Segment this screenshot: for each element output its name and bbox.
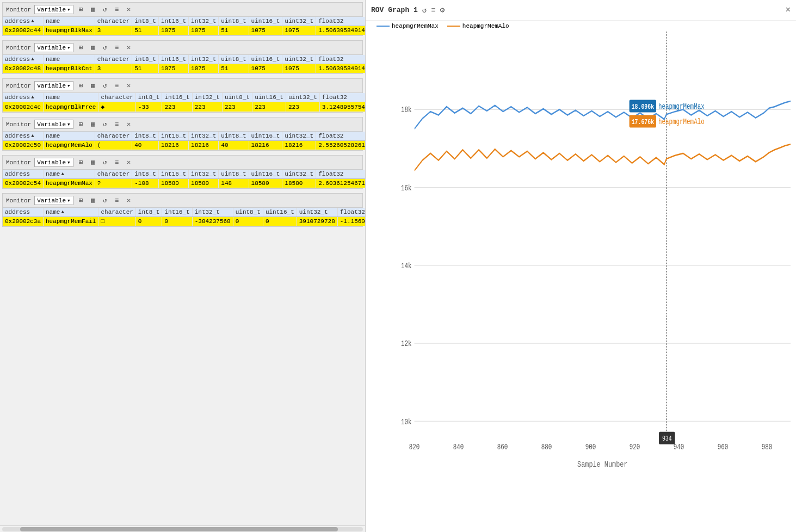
col-int16[interactable]: int16_t [162, 93, 192, 102]
col-uint32[interactable]: uint32_t [286, 93, 319, 102]
add-watch-icon[interactable]: ⊞ [77, 120, 85, 129]
col-int32[interactable]: int32_t [189, 17, 219, 26]
menu-icon[interactable]: ≡ [113, 196, 121, 205]
close-icon[interactable]: ✕ [125, 44, 133, 52]
col-float32[interactable]: float32 [316, 17, 366, 26]
col-uint32[interactable]: uint32_t [282, 132, 316, 141]
monitor-dropdown-3[interactable]: Variable ▾ [34, 81, 73, 90]
col-character[interactable]: character [95, 17, 132, 26]
close-graph-button[interactable]: × [785, 5, 791, 15]
add-watch-icon[interactable]: ⊞ [77, 158, 85, 167]
col-character[interactable]: character [98, 93, 135, 102]
col-address[interactable]: address ▲ [3, 208, 44, 217]
menu-icon[interactable]: ≡ [113, 82, 121, 90]
columns-icon[interactable]: ▦ [89, 82, 97, 90]
col-uint32[interactable]: uint32_t [282, 55, 316, 64]
monitor-dropdown-5[interactable]: Variable ▾ [34, 158, 73, 167]
close-icon[interactable]: ✕ [125, 196, 133, 205]
menu-icon[interactable]: ≡ [113, 120, 121, 129]
col-uint8[interactable]: uint8_t [222, 93, 252, 102]
col-address[interactable]: address ▲ [3, 170, 44, 179]
col-character[interactable]: character [98, 208, 135, 217]
columns-icon[interactable]: ▦ [89, 120, 97, 129]
col-float32[interactable]: float32 [337, 208, 366, 217]
col-float32[interactable]: float32 [316, 55, 366, 64]
col-float32[interactable]: float32 [319, 93, 366, 102]
col-uint16[interactable]: uint16_t [249, 132, 282, 141]
col-name[interactable]: name ▲ [44, 170, 95, 179]
col-float32[interactable]: float32 [316, 170, 366, 179]
columns-icon[interactable]: ▦ [89, 196, 97, 205]
col-uint16[interactable]: uint16_t [252, 93, 286, 102]
menu-icon[interactable]: ≡ [113, 5, 121, 14]
add-watch-icon[interactable]: ⊞ [77, 5, 85, 14]
settings-graph-icon[interactable]: ⚙ [440, 5, 445, 15]
monitor-dropdown-2[interactable]: Variable ▾ [34, 43, 73, 52]
col-uint16[interactable]: uint16_t [249, 170, 282, 179]
col-character[interactable]: character [95, 55, 132, 64]
col-int16[interactable]: int16_t [162, 208, 192, 217]
refresh-icon[interactable]: ↺ [101, 44, 109, 52]
col-name[interactable]: name ▲ [44, 208, 98, 217]
col-address[interactable]: address ▲ [3, 17, 44, 26]
close-icon[interactable]: ✕ [125, 82, 133, 90]
col-uint16[interactable]: uint16_t [263, 208, 297, 217]
monitor-dropdown-4[interactable]: Variable ▾ [34, 120, 73, 129]
refresh-icon[interactable]: ↺ [101, 158, 109, 167]
col-int32[interactable]: int32_t [192, 208, 233, 217]
col-uint8[interactable]: uint8_t [219, 132, 249, 141]
monitor-dropdown-6[interactable]: Variable ▾ [34, 196, 73, 205]
refresh-icon[interactable]: ↺ [101, 120, 109, 129]
refresh-graph-icon[interactable]: ↺ [422, 5, 427, 15]
col-int8[interactable]: int8_t [135, 93, 162, 102]
close-icon[interactable]: ✕ [125, 120, 133, 129]
col-int16[interactable]: int16_t [158, 170, 188, 179]
add-watch-icon[interactable]: ⊞ [77, 82, 85, 90]
columns-icon[interactable]: ▦ [89, 44, 97, 52]
col-int8[interactable]: int8_t [135, 208, 162, 217]
col-int8[interactable]: int8_t [132, 170, 159, 179]
col-character[interactable]: character [95, 132, 132, 141]
col-uint32[interactable]: uint32_t [297, 208, 337, 217]
col-uint8[interactable]: uint8_t [233, 208, 263, 217]
refresh-icon[interactable]: ↺ [101, 5, 109, 14]
menu-graph-icon[interactable]: ≡ [431, 6, 435, 15]
add-watch-icon[interactable]: ⊞ [77, 44, 85, 52]
col-uint8[interactable]: uint8_t [219, 17, 249, 26]
columns-icon[interactable]: ▦ [89, 5, 97, 14]
close-icon[interactable]: ✕ [125, 5, 133, 14]
col-int8[interactable]: int8_t [132, 55, 159, 64]
col-int32[interactable]: int32_t [189, 132, 219, 141]
col-int8[interactable]: int8_t [132, 17, 159, 26]
col-uint8[interactable]: uint8_t [219, 170, 249, 179]
col-character[interactable]: character [95, 170, 132, 179]
col-uint8[interactable]: uint8_t [219, 55, 249, 64]
col-address[interactable]: address ▲ [3, 55, 44, 64]
col-int16[interactable]: int16_t [158, 17, 188, 26]
refresh-icon[interactable]: ↺ [101, 82, 109, 90]
col-name[interactable]: name [44, 93, 98, 102]
col-int32[interactable]: int32_t [192, 93, 222, 102]
col-float32[interactable]: float32 [316, 132, 366, 141]
columns-icon[interactable]: ▦ [89, 158, 97, 167]
horizontal-scrollbar[interactable] [0, 525, 365, 532]
refresh-icon[interactable]: ↺ [101, 196, 109, 205]
graph-area[interactable]: 10k 12k 14k 16k 18k 820 840 860 880 900 … [366, 32, 796, 532]
col-uint32[interactable]: uint32_t [282, 17, 316, 26]
col-uint16[interactable]: uint16_t [249, 55, 282, 64]
menu-icon[interactable]: ≡ [113, 158, 121, 167]
col-int8[interactable]: int8_t [132, 132, 159, 141]
col-address[interactable]: address ▲ [3, 132, 44, 141]
col-name[interactable]: name [44, 132, 95, 141]
col-name[interactable]: name [44, 17, 95, 26]
col-uint16[interactable]: uint16_t [249, 17, 282, 26]
monitor-dropdown-1[interactable]: Variable ▾ [34, 5, 73, 14]
col-int32[interactable]: int32_t [189, 170, 219, 179]
close-icon[interactable]: ✕ [125, 158, 133, 167]
menu-icon[interactable]: ≡ [113, 44, 121, 52]
col-int32[interactable]: int32_t [189, 55, 219, 64]
col-int16[interactable]: int16_t [158, 55, 188, 64]
col-address[interactable]: address ▲ [3, 93, 44, 102]
add-watch-icon[interactable]: ⊞ [77, 196, 85, 205]
col-int16[interactable]: int16_t [158, 132, 188, 141]
